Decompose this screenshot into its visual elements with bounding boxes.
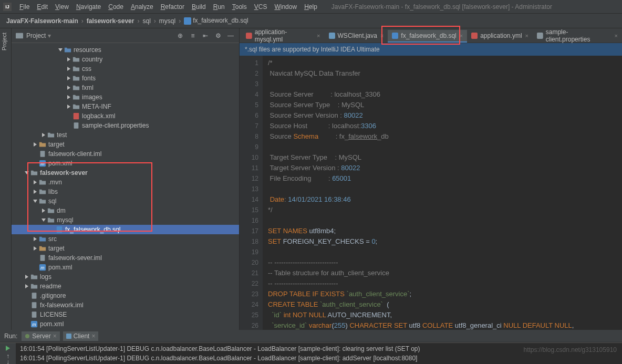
close-icon[interactable]: × xyxy=(317,33,320,39)
breadcrumb-item[interactable]: JavaFX-Falsework-main xyxy=(4,17,80,25)
editor-tab[interactable]: application-mysql.yml× xyxy=(242,30,325,43)
tree-item[interactable]: country xyxy=(12,55,239,64)
tree-item[interactable]: css xyxy=(12,64,239,74)
editor-tab[interactable]: application.yml× xyxy=(467,30,533,43)
tree-item[interactable]: resources xyxy=(12,45,239,55)
editor-pane: application-mysql.yml×WSClient.java×fx_f… xyxy=(240,28,622,330)
svg-rect-0 xyxy=(184,17,191,25)
tree-item[interactable]: mpom.xml xyxy=(12,319,239,329)
breadcrumb-item[interactable]: sql xyxy=(140,17,152,25)
gear-icon[interactable]: ⚙ xyxy=(214,32,222,40)
tree-item[interactable]: dm xyxy=(12,206,239,215)
tree-item[interactable]: fxml xyxy=(12,83,239,92)
menu-navigate[interactable]: Navigate xyxy=(72,3,105,11)
menu-file[interactable]: File xyxy=(16,3,33,11)
rerun-button[interactable] xyxy=(3,345,13,351)
tree-item[interactable]: META-INF xyxy=(12,102,239,111)
breadcrumb-item[interactable]: falsework-sever xyxy=(85,17,137,25)
svg-marker-7 xyxy=(67,95,70,99)
svg-rect-31 xyxy=(32,302,37,308)
close-icon[interactable]: × xyxy=(53,332,57,340)
tree-item[interactable]: mpom.xml xyxy=(12,263,239,272)
tree-item[interactable]: fx_falsework_db.sql xyxy=(12,225,239,234)
svg-marker-4 xyxy=(67,67,70,71)
close-icon[interactable]: × xyxy=(380,33,383,39)
tree-item[interactable]: fx-falsework.iml xyxy=(12,300,239,310)
tree-item[interactable]: readme xyxy=(12,282,239,291)
svg-marker-29 xyxy=(25,284,28,288)
svg-marker-11 xyxy=(42,133,45,137)
tree-item[interactable]: mpom.xml xyxy=(12,159,239,168)
collapse-all-icon[interactable]: ⇤ xyxy=(201,32,210,40)
tree-item[interactable]: sql xyxy=(12,196,239,206)
svg-rect-39 xyxy=(471,33,478,39)
svg-rect-1 xyxy=(16,33,23,38)
run-tab-client[interactable]: Client× xyxy=(63,331,99,341)
close-icon[interactable]: × xyxy=(91,332,95,340)
menu-view[interactable]: View xyxy=(51,3,72,11)
console-output[interactable]: 16:01:54 [PollingServerListUpdater-1] DE… xyxy=(16,343,622,364)
menu-vcs[interactable]: VCS xyxy=(251,3,271,11)
tree-item[interactable]: .mvn xyxy=(12,178,239,187)
hide-icon[interactable]: — xyxy=(226,32,235,40)
menu-edit[interactable]: Edit xyxy=(33,3,51,11)
code-area[interactable]: /* Navicat MySQL Data Transfer Source Se… xyxy=(263,56,622,330)
left-toolwindow-stripe[interactable]: Project xyxy=(0,28,12,330)
breadcrumb-item[interactable]: mysql xyxy=(157,17,178,25)
svg-rect-22 xyxy=(57,226,63,233)
tree-item[interactable]: src xyxy=(12,234,239,244)
tree-item[interactable]: .gitignore xyxy=(12,291,239,300)
svg-marker-28 xyxy=(25,275,28,279)
svg-marker-16 xyxy=(25,171,29,174)
tree-item[interactable]: logback.xml xyxy=(12,111,239,121)
tree-item[interactable]: sample-client.properties xyxy=(12,121,239,130)
menu-tools[interactable]: Tools xyxy=(229,3,251,11)
svg-marker-21 xyxy=(42,219,46,222)
menu-help[interactable]: Help xyxy=(300,3,321,11)
titlebar: IJ FileEditViewNavigateCodeAnalyzeRefact… xyxy=(0,0,622,14)
close-icon[interactable]: × xyxy=(525,33,528,39)
breadcrumb-item[interactable]: fx_falsework_db.sql xyxy=(182,17,250,25)
menu-analyze[interactable]: Analyze xyxy=(127,3,157,11)
project-header-title[interactable]: Project ▾ xyxy=(26,32,176,39)
tree-item[interactable]: LICENSE xyxy=(12,310,239,319)
editor-tab[interactable]: WSClient.java× xyxy=(325,30,388,43)
main-area: Project Project ▾ ⊕ ≡ ⇤ ⚙ — resourcescou… xyxy=(0,28,622,330)
locate-icon[interactable]: ⊕ xyxy=(176,32,184,40)
spring-icon xyxy=(25,334,30,339)
breadcrumb: JavaFX-Falsework-main › falsework-sever … xyxy=(0,14,622,28)
tree-item[interactable]: target xyxy=(12,244,239,253)
svg-rect-42 xyxy=(66,334,71,339)
tree-item[interactable]: images xyxy=(12,92,239,102)
run-tab-server[interactable]: Server× xyxy=(22,331,59,341)
tree-item[interactable]: falsework-client.iml xyxy=(12,149,239,159)
tree-item[interactable]: test xyxy=(12,130,239,140)
menu-window[interactable]: Window xyxy=(271,3,300,11)
menu-refactor[interactable]: Refactor xyxy=(157,3,188,11)
tree-item[interactable]: logs xyxy=(12,272,239,282)
svg-marker-18 xyxy=(34,190,37,194)
tree-item[interactable]: falsework-sever.iml xyxy=(12,253,239,263)
tree-item[interactable]: mysql xyxy=(12,215,239,225)
editor-banner[interactable]: *.sql files are supported by IntelliJ ID… xyxy=(240,43,622,56)
svg-marker-2 xyxy=(58,48,63,51)
close-icon[interactable]: × xyxy=(460,33,463,39)
tree-item[interactable]: fonts xyxy=(12,74,239,83)
project-stripe-button[interactable]: Project xyxy=(0,28,8,55)
tree-item[interactable]: libs xyxy=(12,187,239,196)
line-gutter[interactable]: 1234567891011121314151617181920212223242… xyxy=(240,56,263,330)
menu-code[interactable]: Code xyxy=(105,3,127,11)
close-icon[interactable]: × xyxy=(615,33,618,39)
svg-marker-17 xyxy=(34,180,37,184)
tree-item[interactable]: falsework-sever xyxy=(12,168,239,178)
app-icon xyxy=(66,334,71,339)
menu-build[interactable]: Build xyxy=(188,3,210,11)
menu-run[interactable]: Run xyxy=(210,3,229,11)
tree-item[interactable]: target xyxy=(12,140,239,149)
run-label: Run: xyxy=(4,332,17,340)
project-tree[interactable]: resourcescountrycssfontsfxmlimagesMETA-I… xyxy=(12,43,239,330)
expand-all-icon[interactable]: ≡ xyxy=(189,32,197,40)
editor-tab[interactable]: sample-client.properties× xyxy=(533,30,622,43)
editor-tab[interactable]: fx_falsework_db.sql× xyxy=(388,30,467,43)
down-button[interactable]: ↓ xyxy=(0,359,16,364)
